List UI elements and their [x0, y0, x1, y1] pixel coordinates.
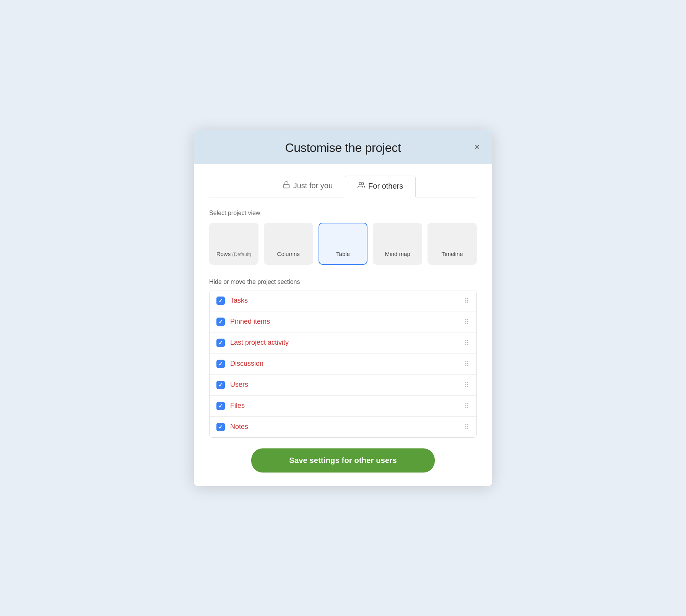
section-list: ✓ Tasks ⠿ ✓ Pinned items ⠿ ✓: [209, 290, 477, 438]
drag-handle-users[interactable]: ⠿: [464, 381, 470, 389]
checkbox-pinned-items[interactable]: ✓: [216, 318, 225, 326]
tab-just-for-you[interactable]: Just for you: [270, 176, 345, 197]
section-name-last-project-activity: Last project activity: [230, 339, 289, 347]
checkbox-files[interactable]: ✓: [216, 402, 225, 410]
section-item-users: ✓ Users ⠿: [210, 375, 476, 396]
section-item-pinned-items: ✓ Pinned items ⠿: [210, 311, 476, 332]
modal-title: Customise the project: [285, 141, 401, 155]
lock-icon: [283, 181, 290, 191]
users-icon: [358, 181, 365, 191]
modal-header: Customise the project ×: [194, 130, 492, 164]
section-item-discussion: ✓ Discussion ⠿: [210, 354, 476, 375]
tab-for-others-label: For others: [368, 182, 403, 191]
checkbox-users[interactable]: ✓: [216, 381, 225, 389]
svg-point-1: [359, 182, 362, 185]
tabs-container: Just for you For others: [209, 176, 477, 197]
drag-handle-last-project-activity[interactable]: ⠿: [464, 339, 470, 347]
tab-just-for-you-label: Just for you: [293, 181, 333, 190]
svg-rect-0: [283, 184, 289, 188]
view-option-rows-label: Rows (Default): [216, 251, 252, 257]
checkbox-last-project-activity[interactable]: ✓: [216, 339, 225, 347]
section-name-discussion: Discussion: [230, 360, 263, 368]
view-option-table-label: Table: [336, 251, 350, 257]
view-option-timeline[interactable]: Timeline: [428, 223, 477, 265]
drag-handle-files[interactable]: ⠿: [464, 402, 470, 410]
drag-handle-discussion[interactable]: ⠿: [464, 360, 470, 368]
section-item-notes: ✓ Notes ⠿: [210, 417, 476, 437]
checkbox-notes[interactable]: ✓: [216, 423, 225, 431]
section-item-last-project-activity: ✓ Last project activity ⠿: [210, 332, 476, 354]
checkbox-discussion[interactable]: ✓: [216, 360, 225, 368]
section-item-tasks: ✓ Tasks ⠿: [210, 290, 476, 311]
section-name-tasks: Tasks: [230, 297, 248, 305]
modal-body: Just for you For others Select project v…: [194, 164, 492, 486]
close-button[interactable]: ×: [473, 141, 481, 153]
drag-handle-tasks[interactable]: ⠿: [464, 297, 470, 305]
view-option-rows[interactable]: Rows (Default): [209, 223, 258, 265]
view-section-label: Select project view: [209, 210, 477, 217]
modal: Customise the project × Just for you: [194, 130, 492, 486]
tab-for-others[interactable]: For others: [345, 176, 416, 197]
view-option-timeline-label: Timeline: [442, 251, 463, 257]
view-option-mind-map[interactable]: Mind map: [373, 223, 422, 265]
view-options: Rows (Default) Columns: [209, 223, 477, 265]
section-name-files: Files: [230, 402, 245, 410]
section-name-users: Users: [230, 381, 248, 389]
drag-handle-notes[interactable]: ⠿: [464, 423, 470, 431]
sections-label: Hide or move the project sections: [209, 279, 477, 285]
view-option-table[interactable]: Table: [319, 223, 368, 265]
view-option-columns[interactable]: Columns: [264, 223, 313, 265]
view-option-mind-map-label: Mind map: [385, 251, 410, 257]
save-settings-button[interactable]: Save settings for other users: [251, 448, 435, 473]
section-name-notes: Notes: [230, 423, 248, 431]
section-item-files: ✓ Files ⠿: [210, 396, 476, 417]
view-option-columns-label: Columns: [277, 251, 300, 257]
drag-handle-pinned-items[interactable]: ⠿: [464, 318, 470, 326]
checkbox-tasks[interactable]: ✓: [216, 297, 225, 305]
section-name-pinned-items: Pinned items: [230, 318, 270, 326]
